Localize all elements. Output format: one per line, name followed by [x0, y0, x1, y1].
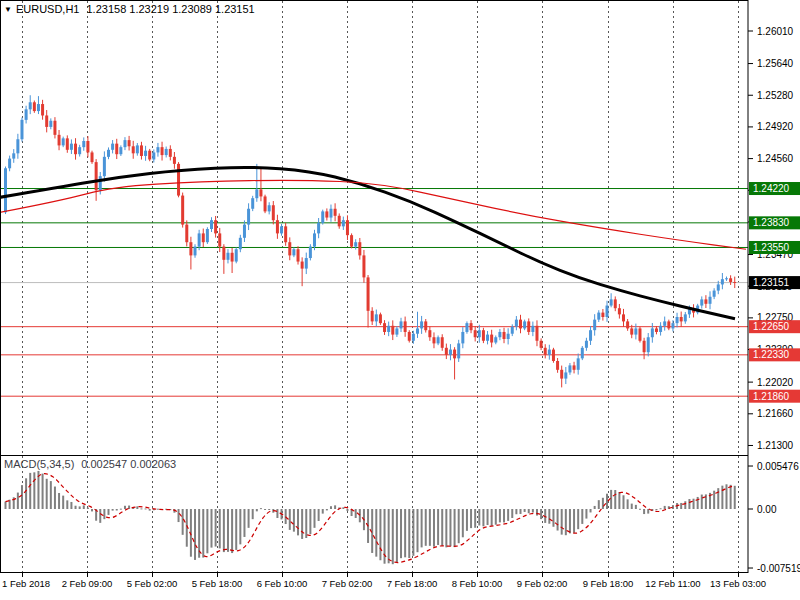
- bull-candle: [268, 205, 271, 211]
- bull-candle: [709, 297, 712, 304]
- macd-histogram-bar: [734, 486, 736, 509]
- macd-histogram-bar: [721, 486, 723, 509]
- macd-histogram-bar: [70, 502, 72, 509]
- bull-candle: [498, 332, 501, 337]
- macd-histogram-bar: [581, 509, 583, 524]
- bear-candle: [185, 225, 188, 243]
- macd-histogram-bar: [433, 509, 435, 547]
- bull-candle: [70, 144, 73, 150]
- macd-histogram-bar: [470, 509, 472, 528]
- macd-histogram-bar: [50, 481, 52, 509]
- bear-candle: [618, 308, 621, 314]
- macd-indicator-pane[interactable]: [0, 456, 748, 574]
- macd-histogram-bar: [215, 509, 217, 547]
- bear-candle: [214, 220, 217, 233]
- macd-histogram-bar: [491, 509, 493, 526]
- macd-histogram-bar: [29, 473, 31, 509]
- macd-histogram-bar: [120, 509, 122, 510]
- bull-candle: [235, 249, 238, 261]
- time-axis-tick-label: 8 Feb 10:00: [452, 578, 503, 589]
- bear-candle: [91, 152, 94, 162]
- bull-candle: [494, 337, 497, 342]
- bear-candle: [470, 323, 473, 330]
- macd-histogram-bar: [289, 509, 291, 530]
- bear-candle: [33, 102, 36, 111]
- price-axis-tick-label: 1.24560: [757, 153, 794, 164]
- bear-candle: [132, 146, 135, 153]
- macd-histogram-bar: [178, 509, 180, 522]
- bear-candle: [169, 149, 172, 157]
- macd-histogram-bar: [322, 509, 324, 514]
- macd-histogram-bar: [140, 508, 142, 509]
- bull-candle: [49, 121, 52, 127]
- macd-histogram-bar: [145, 508, 147, 509]
- bull-candle: [676, 317, 679, 323]
- bull-candle: [375, 314, 378, 321]
- bull-candle: [12, 153, 15, 158]
- bear-candle: [148, 151, 151, 160]
- macd-histogram-bar: [260, 508, 262, 509]
- support-price-label: 1.21860: [753, 391, 790, 402]
- bull-candle: [684, 314, 687, 321]
- chart-canvas[interactable]: 1.260101.256401.252801.249201.245601.242…: [0, 0, 800, 600]
- macd-histogram-bar: [194, 509, 196, 560]
- bull-candle: [531, 326, 534, 332]
- bear-candle: [338, 216, 341, 227]
- bull-candle: [400, 321, 403, 328]
- time-axis-tick-label: 6 Feb 10:00: [257, 578, 308, 589]
- macd-histogram-bar: [664, 506, 666, 509]
- main-price-pane[interactable]: [0, 0, 748, 456]
- bear-candle: [325, 211, 328, 217]
- bull-candle: [136, 145, 139, 153]
- macd-histogram-bar: [585, 509, 587, 519]
- macd-histogram-bar: [643, 509, 645, 514]
- bear-candle: [527, 321, 530, 332]
- bear-candle: [53, 121, 56, 135]
- macd-histogram-bar: [87, 508, 89, 509]
- macd-histogram-bar: [396, 509, 398, 562]
- bear-candle: [173, 157, 176, 164]
- macd-histogram-bar: [515, 509, 517, 514]
- macd-histogram-bar: [400, 509, 402, 558]
- bull-candle: [8, 159, 11, 169]
- bull-candle: [511, 327, 514, 334]
- bull-candle: [437, 337, 440, 343]
- price-axis-tick-label: 1.21660: [757, 408, 794, 419]
- macd-histogram-bar: [239, 509, 241, 544]
- bear-candle: [540, 341, 543, 348]
- bear-candle: [350, 235, 353, 246]
- bear-candle: [626, 321, 629, 328]
- macd-histogram-bar: [499, 509, 501, 522]
- macd-histogram-bar: [507, 509, 509, 521]
- bull-candle: [198, 233, 201, 246]
- macd-histogram-bar: [417, 509, 419, 552]
- bear-candle: [655, 328, 658, 332]
- bid-price-label: 1.23151: [753, 277, 790, 288]
- price-axis-tick-label: 1.25280: [757, 90, 794, 101]
- time-axis-tick-label: 7 Feb 02:00: [322, 578, 373, 589]
- macd-histogram-bar: [536, 509, 538, 516]
- bull-candle: [486, 335, 489, 341]
- bull-candle: [321, 211, 324, 222]
- macd-histogram-bar: [379, 509, 381, 560]
- macd-histogram-bar: [462, 509, 464, 537]
- bear-candle: [41, 104, 44, 115]
- bear-candle: [490, 335, 493, 343]
- bull-candle: [416, 328, 419, 333]
- time-axis-tick-label: 5 Feb 18:00: [192, 578, 243, 589]
- bear-candle: [189, 242, 192, 255]
- bear-candle: [441, 337, 444, 348]
- time-axis-tick-label: 12 Feb 11:00: [645, 578, 700, 589]
- macd-histogram-bar: [33, 472, 35, 509]
- bull-candle: [568, 365, 571, 372]
- bull-candle: [194, 247, 197, 256]
- bull-candle: [634, 328, 637, 334]
- bear-candle: [573, 365, 576, 369]
- bear-candle: [474, 330, 477, 337]
- time-axis-tick-label: 7 Feb 18:00: [387, 578, 438, 589]
- macd-histogram-bar: [437, 509, 439, 545]
- bull-candle: [313, 233, 316, 246]
- bear-candle: [643, 341, 646, 352]
- bear-candle: [276, 220, 279, 233]
- macd-histogram-bar: [83, 505, 85, 509]
